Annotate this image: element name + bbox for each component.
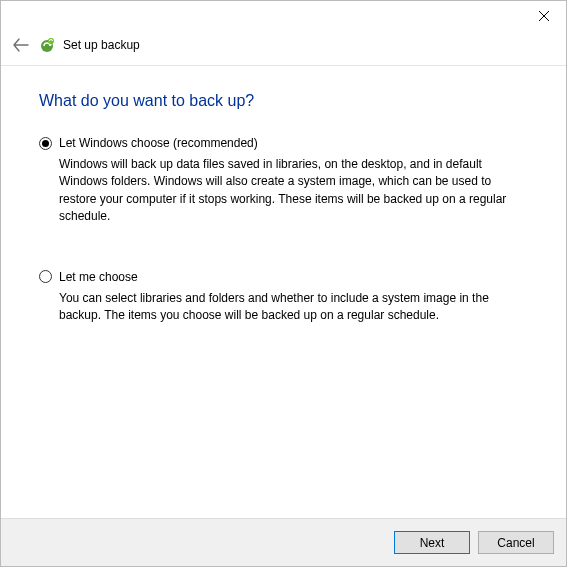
window-title: Set up backup — [63, 38, 140, 52]
page-heading: What do you want to back up? — [39, 92, 528, 110]
radio-manual[interactable] — [39, 270, 52, 283]
close-icon — [539, 11, 549, 21]
radio-auto[interactable] — [39, 137, 52, 150]
option-auto-description: Windows will back up data files saved in… — [39, 156, 528, 226]
option-manual[interactable]: Let me choose You can select libraries a… — [39, 270, 528, 325]
option-manual-description: You can select libraries and folders and… — [39, 290, 528, 325]
option-auto-label: Let Windows choose (recommended) — [59, 136, 258, 150]
svg-point-3 — [48, 38, 54, 44]
window-titlebar — [1, 1, 566, 31]
cancel-button[interactable]: Cancel — [478, 531, 554, 554]
content-area: What do you want to back up? Let Windows… — [1, 66, 566, 324]
backup-icon — [39, 37, 55, 53]
back-button[interactable] — [11, 35, 31, 55]
option-auto[interactable]: Let Windows choose (recommended) Windows… — [39, 136, 528, 226]
wizard-footer: Next Cancel — [1, 518, 566, 566]
option-manual-label: Let me choose — [59, 270, 138, 284]
arrow-left-icon — [13, 38, 29, 52]
next-button[interactable]: Next — [394, 531, 470, 554]
wizard-header: Set up backup — [1, 31, 566, 65]
close-button[interactable] — [522, 2, 566, 30]
